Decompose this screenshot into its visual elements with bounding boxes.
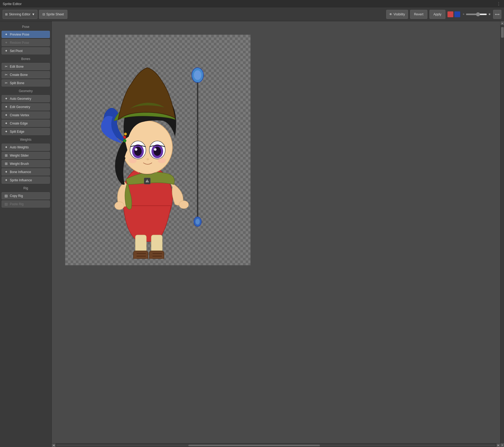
weight-slider-icon: ⊞ — [4, 153, 8, 157]
paste-rig-icon: ▤ — [4, 202, 8, 206]
character-container — [66, 36, 249, 264]
paste-rig-label: Paste Rig — [10, 202, 24, 206]
horizontal-scroll-thumb[interactable] — [188, 445, 320, 446]
paste-rig-button[interactable]: ▤ Paste Rig — [2, 200, 50, 208]
auto-weights-button[interactable]: ✦ Auto Weights — [2, 144, 50, 151]
weight-slider-button[interactable]: ⊞ Weight Slider — [2, 152, 50, 159]
dropdown-arrow-icon: ▼ — [32, 12, 35, 16]
edit-bone-label: Edit Bone — [10, 65, 24, 68]
create-edge-button[interactable]: ✦ Create Edge — [2, 120, 50, 127]
preview-pose-label: Preview Pose — [10, 33, 29, 36]
color-swatch-blue[interactable] — [454, 11, 460, 17]
scroll-right-button[interactable]: ▶ — [497, 444, 500, 447]
bone-influence-button[interactable]: ✦ Bone Influence — [2, 168, 50, 175]
character-svg — [84, 41, 232, 259]
color-swatches — [447, 11, 460, 17]
create-vertex-icon: ✦ — [4, 113, 8, 117]
auto-geometry-button[interactable]: ✦ Auto Geometry — [2, 95, 50, 102]
svg-point-32 — [154, 147, 161, 156]
weights-section-label: Weights — [2, 136, 50, 143]
svg-rect-4 — [196, 134, 199, 135]
geometry-section-label: Geometry — [2, 88, 50, 94]
svg-point-25 — [124, 133, 127, 135]
split-bone-icon: ✂ — [4, 81, 8, 85]
canvas-viewport[interactable] — [52, 21, 500, 440]
copy-rig-icon: ▤ — [4, 194, 8, 198]
svg-point-29 — [135, 148, 137, 151]
svg-point-28 — [134, 147, 142, 156]
revert-button[interactable]: Revert — [410, 10, 427, 19]
vertical-scrollbar[interactable]: ▲ ▼ — [500, 21, 504, 447]
sprite-influence-icon: ✦ — [4, 178, 8, 182]
skinning-editor-tab[interactable]: ⊞ Skinning Editor ▼ — [3, 10, 37, 19]
preview-pose-icon: ✦ — [4, 32, 8, 36]
split-bone-button[interactable]: ✂ Split Bone — [2, 79, 50, 87]
svg-rect-5 — [196, 147, 199, 148]
copy-rig-button[interactable]: ▤ Copy Rig — [2, 192, 50, 199]
sprite-influence-label: Sprite Influence — [10, 178, 32, 182]
set-pivot-label: Set Pivot — [10, 49, 23, 53]
create-edge-icon: ✦ — [4, 121, 8, 125]
create-bone-label: Create Bone — [10, 73, 28, 77]
expand-button[interactable]: ⟺ — [493, 10, 501, 19]
weight-brush-button[interactable]: ⊞ Weight Brush — [2, 160, 50, 167]
svg-point-19 — [115, 202, 124, 210]
restore-pose-button[interactable]: ✦ Restore Pose — [2, 39, 50, 46]
auto-weights-icon: ✦ — [4, 145, 8, 149]
title-bar-left: Sprite Editor — [3, 2, 22, 6]
sidebar: Pose ✦ Preview Pose ✦ Restore Pose ✦ Set… — [0, 21, 52, 447]
color-swatch-red[interactable] — [447, 11, 453, 17]
weight-brush-label: Weight Brush — [10, 162, 29, 166]
edit-geometry-icon: ✦ — [4, 105, 8, 109]
pose-section-label: Pose — [2, 23, 50, 30]
create-vertex-label: Create Vertex — [10, 113, 29, 117]
create-bone-button[interactable]: ✂ Create Bone — [2, 71, 50, 78]
auto-geometry-label: Auto Geometry — [10, 97, 31, 101]
svg-point-23 — [123, 139, 126, 142]
eye-icon: 👁 — [389, 12, 392, 16]
apply-button[interactable]: Apply — [429, 10, 445, 19]
title-bar-menu-dots[interactable]: ⋮ — [497, 1, 501, 6]
vertical-scroll-thumb[interactable] — [501, 27, 504, 38]
brightness-max-icon: ☀ — [488, 12, 491, 16]
horizontal-scroll-track[interactable] — [57, 445, 496, 446]
visibility-label: Visibility — [394, 12, 405, 16]
sprite-influence-button[interactable]: ✦ Sprite Influence — [2, 177, 50, 184]
svg-point-33 — [154, 148, 157, 151]
title-bar: Sprite Editor ⋮ — [0, 0, 504, 7]
brightness-slider-container: ☀ ☀ — [462, 12, 491, 16]
scroll-up-button[interactable]: ▲ — [501, 21, 504, 25]
svg-point-1 — [194, 70, 201, 80]
sprite-sheet-label: Sprite Sheet — [46, 12, 64, 16]
weight-brush-icon: ⊞ — [4, 162, 8, 166]
preview-pose-button[interactable]: ✦ Preview Pose — [2, 31, 50, 38]
scroll-left-button[interactable]: ◀ — [52, 444, 55, 447]
svg-rect-10 — [133, 251, 148, 259]
auto-weights-label: Auto Weights — [10, 145, 29, 149]
scroll-down-button[interactable]: ▼ — [501, 443, 504, 447]
svg-point-34 — [146, 158, 149, 160]
create-bone-icon: ✂ — [4, 73, 8, 77]
canvas-area[interactable]: ◀ ▶ ▲ ▼ — [52, 21, 504, 447]
restore-pose-label: Restore Pose — [10, 41, 29, 45]
skinning-editor-label: Skinning Editor — [9, 12, 31, 16]
set-pivot-icon: ✦ — [4, 49, 8, 53]
main-layout: Pose ✦ Preview Pose ✦ Restore Pose ✦ Set… — [0, 21, 504, 447]
set-pivot-button[interactable]: ✦ Set Pivot — [2, 47, 50, 54]
brightness-slider[interactable] — [466, 14, 487, 15]
split-edge-button[interactable]: ✦ Split Edge — [2, 128, 50, 135]
toolbar-right: 👁 Visibility Revert Apply ☀ ☀ ⟺ — [386, 10, 502, 19]
horizontal-scrollbar[interactable]: ◀ ▶ — [52, 443, 500, 447]
create-vertex-button[interactable]: ✦ Create Vertex — [2, 111, 50, 119]
visibility-button[interactable]: 👁 Visibility — [386, 10, 408, 19]
edit-bone-button[interactable]: ✂ Edit Bone — [2, 63, 50, 70]
restore-pose-icon: ✦ — [4, 41, 8, 45]
svg-point-36 — [158, 158, 166, 163]
svg-point-24 — [123, 136, 126, 139]
rig-section-label: Rig — [2, 185, 50, 191]
sprite-sheet-tab[interactable]: ⊟ Sprite Sheet — [39, 10, 67, 19]
edit-bone-icon: ✂ — [4, 65, 8, 68]
edit-geometry-button[interactable]: ✦ Edit Geometry — [2, 103, 50, 110]
split-edge-icon: ✦ — [4, 130, 8, 134]
svg-point-7 — [195, 219, 200, 225]
